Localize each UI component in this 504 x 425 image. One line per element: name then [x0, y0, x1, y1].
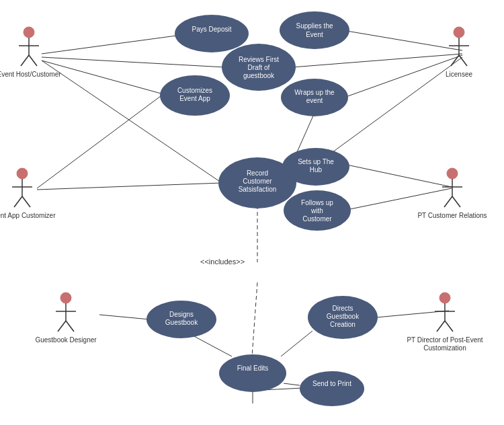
svg-text:Guestbook: Guestbook — [327, 313, 360, 320]
actor-pt-customer-relations: PT Customer Relations — [417, 168, 487, 219]
svg-point-28 — [454, 27, 464, 38]
svg-line-32 — [459, 55, 467, 66]
svg-line-25 — [21, 55, 29, 66]
svg-line-11 — [347, 188, 452, 210]
svg-text:Reviews First: Reviews First — [239, 56, 279, 63]
svg-text:Draft of: Draft of — [248, 64, 270, 71]
svg-line-5 — [292, 54, 462, 67]
svg-line-55 — [437, 321, 445, 332]
svg-text:Sets up The: Sets up The — [298, 158, 334, 165]
svg-point-59 — [175, 15, 249, 52]
actor-guestbook-designer: Guestbook Designer — [35, 293, 97, 344]
svg-point-92 — [219, 354, 286, 392]
svg-text:Wraps up the: Wraps up the — [294, 89, 335, 96]
svg-point-52 — [439, 293, 450, 303]
svg-text:Event App: Event App — [179, 95, 210, 102]
svg-text:Guestbook: Guestbook — [165, 319, 198, 326]
svg-text:Customization: Customization — [423, 344, 466, 352]
svg-text:Send to Print: Send to Print — [312, 380, 351, 387]
svg-line-0 — [42, 35, 181, 54]
actor-event-app-customizer: Event App Customizer — [0, 168, 56, 219]
svg-line-44 — [452, 196, 460, 207]
svg-text:guestbook: guestbook — [243, 72, 275, 79]
svg-line-26 — [29, 55, 37, 66]
svg-text:Designs: Designs — [169, 311, 194, 318]
svg-text:PT Director of Post-Event: PT Director of Post-Event — [407, 336, 482, 344]
svg-line-49 — [58, 321, 66, 332]
svg-point-94 — [300, 371, 364, 406]
svg-line-4 — [343, 30, 462, 50]
svg-point-61 — [280, 11, 349, 49]
svg-text:Customizes: Customizes — [177, 87, 212, 94]
svg-line-10 — [347, 165, 452, 187]
svg-text:Satsisfaction: Satsisfaction — [239, 186, 277, 193]
svg-text:event: event — [306, 97, 323, 104]
svg-line-1 — [42, 57, 225, 67]
svg-line-16 — [99, 315, 150, 319]
svg-text:Final Edits: Final Edits — [237, 364, 269, 372]
svg-text:Record: Record — [247, 169, 268, 177]
actor-pt-director: PT Director of Post-Event Customization — [407, 293, 482, 352]
svg-text:Hub: Hub — [310, 166, 323, 173]
svg-line-19 — [281, 331, 312, 356]
svg-text:Event App Customizer: Event App Customizer — [0, 212, 56, 219]
svg-point-40 — [447, 168, 458, 179]
svg-line-43 — [444, 196, 452, 207]
svg-point-22 — [24, 27, 34, 38]
svg-line-50 — [66, 321, 74, 332]
svg-line-38 — [22, 196, 30, 207]
svg-point-46 — [60, 293, 71, 303]
svg-text:Directs: Directs — [332, 305, 353, 312]
svg-line-9 — [37, 183, 222, 190]
svg-text:PT Customer Relations: PT Customer Relations — [417, 212, 487, 219]
svg-line-15 — [252, 282, 257, 356]
svg-text:Supplies the: Supplies the — [296, 22, 333, 30]
svg-line-56 — [445, 321, 453, 332]
svg-text:Customer: Customer — [243, 178, 272, 185]
svg-text:Licensee: Licensee — [446, 71, 472, 78]
svg-text:Event Host/Customer: Event Host/Customer — [0, 71, 61, 78]
svg-text:Pays Deposit: Pays Deposit — [192, 26, 232, 33]
svg-text:Follows up: Follows up — [301, 199, 333, 206]
actor-licensee: Licensee — [446, 27, 472, 78]
svg-text:Creation: Creation — [330, 321, 355, 328]
includes-label: <<includes>> — [200, 258, 245, 266]
svg-text:with: with — [310, 207, 323, 215]
svg-text:Event: Event — [306, 31, 323, 38]
svg-line-8 — [37, 94, 163, 188]
svg-line-97 — [284, 383, 300, 385]
svg-text:Customer: Customer — [302, 215, 332, 223]
svg-line-37 — [14, 196, 22, 207]
svg-text:Guestbook Designer: Guestbook Designer — [35, 336, 97, 344]
svg-point-34 — [17, 168, 28, 179]
